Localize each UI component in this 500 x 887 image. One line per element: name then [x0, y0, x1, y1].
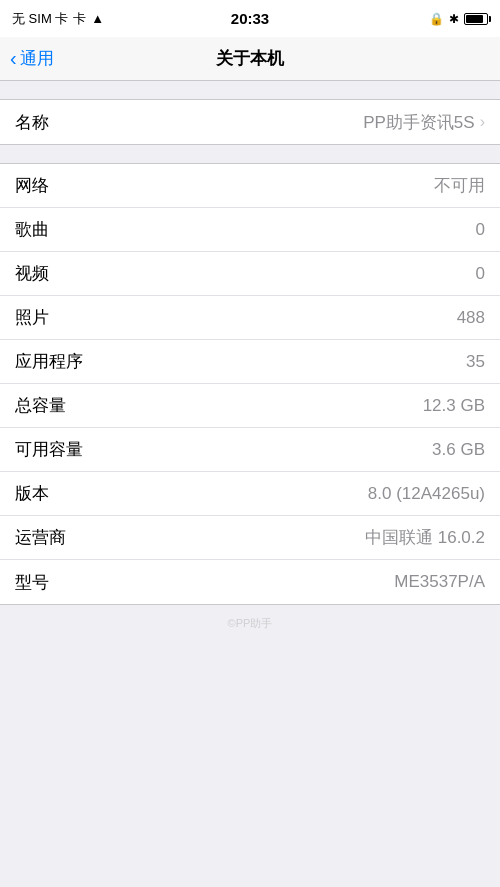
battery-fill [466, 15, 483, 23]
status-time: 20:33 [231, 10, 269, 27]
row-label-total-capacity: 总容量 [15, 394, 66, 417]
row-value-carrier: 中国联通 16.0.2 [365, 526, 485, 549]
table-row: 应用程序 35 [0, 340, 500, 384]
back-label: 通用 [20, 47, 54, 70]
battery-icon [464, 13, 488, 25]
row-value-network: 不可用 [434, 174, 485, 197]
row-label-version: 版本 [15, 482, 49, 505]
table-row[interactable]: 名称 PP助手资讯5S › [0, 100, 500, 144]
row-value-apps: 35 [466, 352, 485, 372]
settings-section: 名称 PP助手资讯5S › 网络 不可用 歌曲 0 视频 0 照片 488 应用… [0, 99, 500, 605]
sim-icon: 卡 [73, 10, 86, 28]
status-right: 🔒 ✱ [429, 12, 488, 26]
bluetooth-icon: ✱ [449, 12, 459, 26]
table-row: 版本 8.0 (12A4265u) [0, 472, 500, 516]
table-row: 总容量 12.3 GB [0, 384, 500, 428]
row-label-photos: 照片 [15, 306, 49, 329]
row-label-network: 网络 [15, 174, 49, 197]
row-value-total-capacity: 12.3 GB [423, 396, 485, 416]
row-value-photos: 488 [457, 308, 485, 328]
row-value-name: PP助手资讯5S › [363, 111, 485, 134]
row-label-name: 名称 [15, 111, 49, 134]
stats-group: 网络 不可用 歌曲 0 视频 0 照片 488 应用程序 35 总容量 12.3… [0, 163, 500, 605]
row-label-carrier: 运营商 [15, 526, 66, 549]
row-value-version: 8.0 (12A4265u) [368, 484, 485, 504]
row-label-apps: 应用程序 [15, 350, 83, 373]
row-value-videos: 0 [476, 264, 485, 284]
row-label-available: 可用容量 [15, 438, 83, 461]
row-value-model: ME3537P/A [394, 572, 485, 592]
back-chevron-icon: ‹ [10, 48, 17, 68]
page-title: 关于本机 [216, 47, 284, 70]
name-value-text: PP助手资讯5S [363, 111, 474, 134]
table-row: 视频 0 [0, 252, 500, 296]
table-row: 网络 不可用 [0, 164, 500, 208]
wifi-icon: ▲ [91, 11, 104, 26]
name-group: 名称 PP助手资讯5S › [0, 99, 500, 145]
carrier-label: 无 SIM 卡 [12, 10, 68, 28]
table-row: 型号 ME3537P/A [0, 560, 500, 604]
row-value-songs: 0 [476, 220, 485, 240]
back-button[interactable]: ‹ 通用 [10, 47, 54, 70]
table-row: 可用容量 3.6 GB [0, 428, 500, 472]
row-label-videos: 视频 [15, 262, 49, 285]
status-left: 无 SIM 卡 卡 ▲ [12, 10, 104, 28]
row-label-songs: 歌曲 [15, 218, 49, 241]
lock-icon: 🔒 [429, 12, 444, 26]
row-value-available: 3.6 GB [432, 440, 485, 460]
row-label-model: 型号 [15, 571, 49, 594]
table-row: 歌曲 0 [0, 208, 500, 252]
table-row: 运营商 中国联通 16.0.2 [0, 516, 500, 560]
table-row: 照片 488 [0, 296, 500, 340]
chevron-right-icon: › [480, 113, 485, 131]
watermark: ©PP助手 [228, 617, 273, 629]
navigation-bar: ‹ 通用 关于本机 [0, 37, 500, 81]
status-bar: 无 SIM 卡 卡 ▲ 20:33 🔒 ✱ [0, 0, 500, 37]
